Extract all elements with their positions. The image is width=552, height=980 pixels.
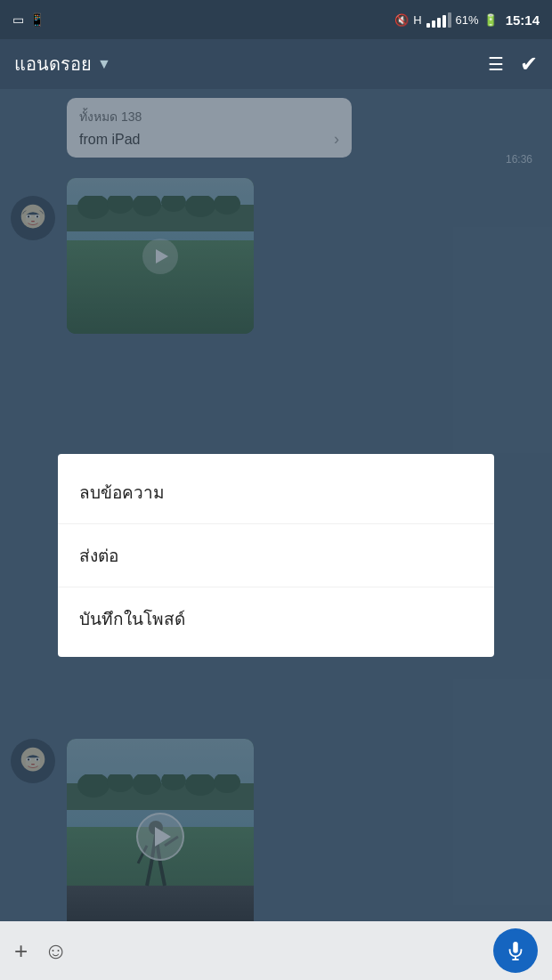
app-bar: แอนดรอย ▼ ☰ ✔ (0, 39, 552, 89)
signal-bar-3 (437, 18, 441, 28)
add-icon[interactable]: + (14, 937, 28, 965)
mute-icon: 🔇 (394, 13, 409, 27)
signal-bar-4 (442, 15, 446, 28)
emoji-icon[interactable]: ☺ (44, 937, 68, 965)
check-icon[interactable]: ✔ (520, 52, 538, 77)
signal-bar-2 (432, 20, 435, 28)
app-title-text: แอนดรอย (14, 50, 92, 78)
app-bar-icons: ☰ ✔ (488, 52, 538, 77)
battery-icon: 🔋 (483, 13, 498, 27)
signal-bars (426, 12, 451, 28)
menu-icon[interactable]: ☰ (488, 53, 504, 75)
network-type: H (413, 13, 421, 27)
chat-area: ทั้งหมด 138 from iPad › 16:36 (0, 89, 552, 921)
message-input-area[interactable] (68, 934, 493, 968)
status-time: 15:14 (506, 12, 540, 28)
mic-button[interactable] (493, 928, 538, 973)
signal-bar-1 (426, 23, 430, 28)
context-menu-forward[interactable]: ส่งต่อ (58, 524, 494, 587)
context-menu-delete[interactable]: ลบข้อความ (58, 461, 494, 524)
app-bar-title: แอนดรอย ▼ (14, 50, 479, 78)
bottom-bar: + ☺ (0, 921, 552, 980)
mic-icon (506, 941, 525, 960)
battery-percent: 61% (456, 13, 479, 27)
bottom-bar-left: + ☺ (14, 937, 68, 965)
phone-icon: 📱 (29, 12, 45, 27)
status-bar: ▭ 📱 🔇 H 61% 🔋 15:14 (0, 0, 552, 39)
context-menu-save[interactable]: บันทึกในโพสด์ (58, 587, 494, 650)
signal-bar-5 (448, 12, 451, 28)
status-bar-left: ▭ 📱 (12, 12, 45, 27)
screen-icon: ▭ (12, 12, 24, 27)
status-icons: 🔇 H 61% 🔋 15:14 (394, 12, 540, 28)
context-menu: ลบข้อความ ส่งต่อ บันทึกในโพสด์ (58, 454, 494, 657)
dropdown-icon[interactable]: ▼ (97, 56, 111, 72)
